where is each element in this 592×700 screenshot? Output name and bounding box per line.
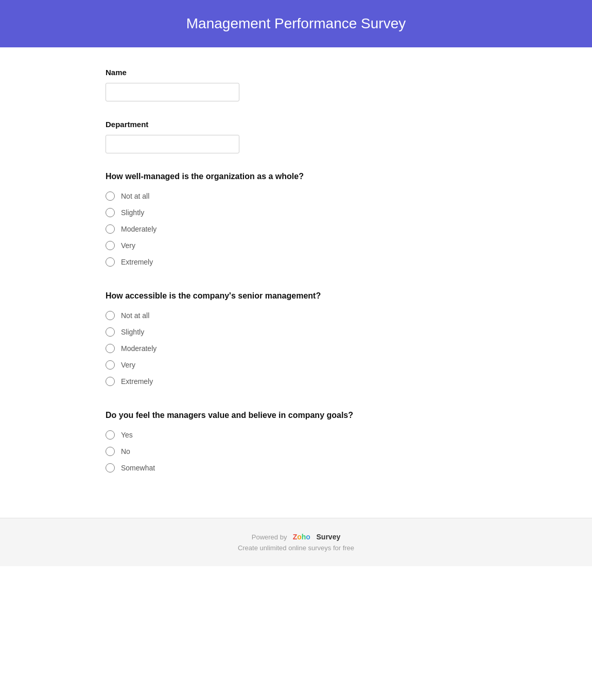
q1-label-extremely: Extremely — [121, 258, 153, 266]
question-1-text: How well-managed is the organization as … — [106, 172, 486, 181]
department-label: Department — [106, 120, 486, 129]
footer-powered-line: Powered by Zoho Survey — [10, 533, 582, 541]
q1-label-not-at-all: Not at all — [121, 192, 149, 200]
q2-label-not-at-all: Not at all — [121, 311, 149, 320]
q3-label-somewhat: Somewhat — [121, 464, 155, 472]
question-3-text: Do you feel the managers value and belie… — [106, 411, 486, 420]
q3-option-yes[interactable]: Yes — [106, 430, 486, 440]
name-label: Name — [106, 68, 486, 77]
q2-label-moderately: Moderately — [121, 344, 156, 353]
q1-option-very[interactable]: Very — [106, 241, 486, 250]
question-2: How accessible is the company's senior m… — [106, 291, 486, 386]
form-content: Name Department How well-managed is the … — [75, 47, 517, 518]
q2-option-not-at-all[interactable]: Not at all — [106, 311, 486, 320]
q1-label-slightly: Slightly — [121, 208, 144, 217]
q2-label-extremely: Extremely — [121, 377, 153, 386]
name-input[interactable] — [106, 83, 239, 101]
q2-label-slightly: Slightly — [121, 328, 144, 336]
q3-label-yes: Yes — [121, 431, 133, 439]
survey-title: Management Performance Survey — [10, 15, 582, 32]
q3-label-no: No — [121, 447, 130, 456]
zoho-logo: Zoho — [293, 533, 310, 541]
q1-option-not-at-all[interactable]: Not at all — [106, 191, 486, 201]
powered-by-text: Powered by — [252, 533, 287, 541]
question-2-text: How accessible is the company's senior m… — [106, 291, 486, 301]
q1-option-moderately[interactable]: Moderately — [106, 224, 486, 234]
footer-create-text: Create unlimited online surveys for free — [10, 544, 582, 552]
q1-option-slightly[interactable]: Slightly — [106, 208, 486, 217]
question-1: How well-managed is the organization as … — [106, 172, 486, 267]
q2-option-very[interactable]: Very — [106, 360, 486, 370]
name-field-group: Name — [106, 68, 486, 101]
footer: Powered by Zoho Survey Create unlimited … — [0, 518, 592, 566]
q3-option-somewhat[interactable]: Somewhat — [106, 463, 486, 472]
zoho-brand: Zoho Survey — [289, 533, 340, 541]
header: Management Performance Survey — [0, 0, 592, 47]
q3-option-no[interactable]: No — [106, 447, 486, 456]
q2-label-very: Very — [121, 361, 135, 369]
department-input[interactable] — [106, 135, 239, 153]
q1-option-extremely[interactable]: Extremely — [106, 257, 486, 267]
q1-label-very: Very — [121, 241, 135, 250]
department-field-group: Department — [106, 120, 486, 153]
q2-option-extremely[interactable]: Extremely — [106, 377, 486, 386]
question-3: Do you feel the managers value and belie… — [106, 411, 486, 472]
q1-label-moderately: Moderately — [121, 225, 156, 233]
q2-option-moderately[interactable]: Moderately — [106, 344, 486, 353]
q2-option-slightly[interactable]: Slightly — [106, 327, 486, 337]
survey-brand-label: Survey — [317, 533, 341, 541]
